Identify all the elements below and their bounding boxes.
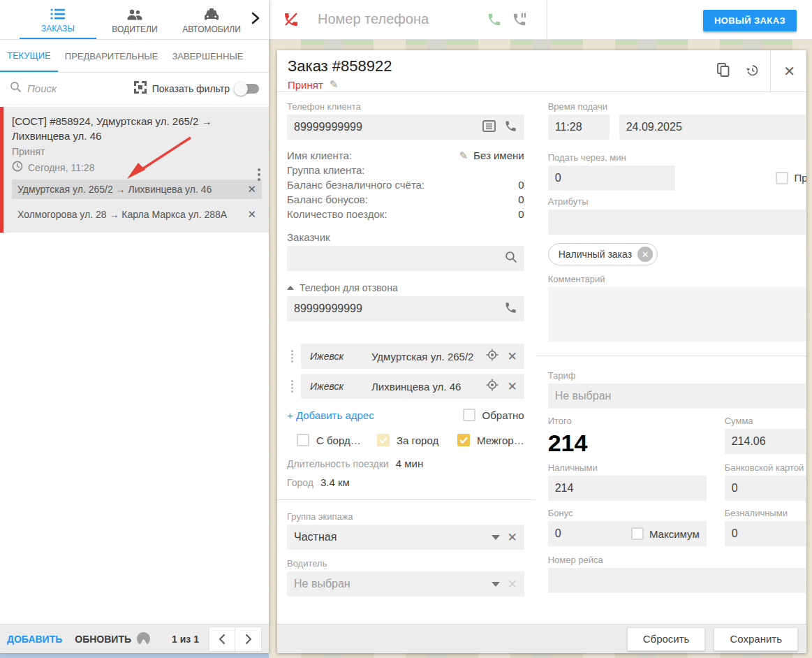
reset-button[interactable]: Сбросить <box>627 627 706 651</box>
flight-number-field[interactable] <box>548 568 806 593</box>
call-icon[interactable] <box>487 12 502 30</box>
drivers-people-icon <box>126 8 143 23</box>
intercity-label: Межгор… <box>477 434 524 446</box>
clear-crew-group-icon[interactable]: ✕ <box>507 530 517 545</box>
route-chip-1[interactable]: Удмуртская ул. 265/2 → Лихвинцева ул. 46… <box>12 180 262 199</box>
order-header: Заказ #858922 Принят ✎ ✕ <box>277 50 806 92</box>
prev-page-button[interactable] <box>209 627 235 652</box>
order-item-menu-icon[interactable] <box>258 168 260 183</box>
bonus-max-checkbox[interactable] <box>631 527 644 540</box>
sum-input[interactable] <box>732 435 806 448</box>
phone-number-input[interactable]: Номер телефона <box>318 11 429 27</box>
customer-input[interactable] <box>294 252 505 265</box>
close-panel-icon[interactable]: ✕ <box>783 63 795 80</box>
locate-on-map-icon[interactable] <box>486 379 499 394</box>
bonus-field[interactable]: Максимум <box>548 521 707 546</box>
route-chip-1-remove-icon[interactable]: ✕ <box>243 183 256 196</box>
client-phone-field[interactable] <box>287 115 524 140</box>
subtab-preliminary[interactable]: ПРЕДВАРИТЕЛЬНЫЕ <box>58 40 165 72</box>
tab-orders[interactable]: ЗАКАЗЫ <box>20 0 96 39</box>
client-phone-input[interactable] <box>294 121 482 133</box>
outside-city-label: За город <box>397 434 438 446</box>
refresh-button[interactable]: ОБНОВИТЬ <box>75 634 131 645</box>
route-chip-2[interactable]: Холмогорова ул. 28 → Карла Маркса ул. 28… <box>12 205 262 224</box>
preliminary-checkbox[interactable] <box>776 172 788 184</box>
client-phone-label: Телефон клиента <box>287 101 524 112</box>
sum-field[interactable] <box>725 429 806 454</box>
order-list-item[interactable]: [СОСТ] #858924, Удмуртская ул. 265/2 → Л… <box>0 107 269 233</box>
subtab-finished[interactable]: ЗАВЕРШЕННЫЕ <box>165 40 250 72</box>
sidebar-footer: ДОБАВИТЬ ОБНОВИТЬ 1 из 1 <box>0 624 269 653</box>
save-button[interactable]: Сохранить <box>714 627 798 651</box>
drag-handle-icon[interactable] <box>287 380 297 393</box>
history-icon[interactable] <box>745 63 759 80</box>
edit-name-icon[interactable]: ✎ <box>459 148 468 163</box>
cash-input[interactable] <box>555 482 700 495</box>
board-label: С борд… <box>316 434 361 446</box>
crew-group-value: Частная <box>294 531 492 543</box>
contact-list-icon[interactable] <box>482 120 496 135</box>
tab-drivers[interactable]: ВОДИТЕЛИ <box>96 0 173 39</box>
top-bar: Номер телефона НОВЫЙ ЗАКАЗ <box>269 0 812 40</box>
attributes-select[interactable] <box>548 210 806 235</box>
topbar-divider <box>547 0 547 40</box>
remove-attribute-icon[interactable]: ✕ <box>637 247 653 262</box>
remove-address-2-icon[interactable]: ✕ <box>507 379 517 394</box>
customer-field[interactable] <box>287 246 524 271</box>
board-checkbox[interactable] <box>297 434 309 446</box>
card-label: Банковской картой <box>725 462 806 473</box>
address-field-1[interactable]: Ижевск Удмуртская ул. 265/2 ✕ <box>301 344 524 369</box>
noncash-field[interactable]: Максимум <box>725 521 806 546</box>
missed-call-icon[interactable] <box>283 11 300 31</box>
delay-field[interactable] <box>548 166 675 191</box>
new-order-button[interactable]: НОВЫЙ ЗАКАЗ <box>703 10 797 31</box>
next-page-button[interactable] <box>235 627 262 652</box>
card-field[interactable] <box>725 476 806 501</box>
card-input[interactable] <box>732 482 806 495</box>
pickup-time-input[interactable] <box>555 121 603 133</box>
taxi-icon <box>203 8 220 23</box>
call-hold-icon[interactable] <box>512 12 527 30</box>
remove-address-1-icon[interactable]: ✕ <box>507 349 517 364</box>
copy-order-icon[interactable] <box>717 63 730 80</box>
locate-on-map-icon[interactable] <box>486 349 499 364</box>
address-field-2[interactable]: Ижевск Лихвинцева ул. 46 ✕ <box>301 374 524 399</box>
subtab-current[interactable]: ТЕКУЩИЕ <box>0 40 58 72</box>
route-chip-2-remove-icon[interactable]: ✕ <box>243 208 256 221</box>
edit-status-icon[interactable]: ✎ <box>330 78 339 91</box>
call-client-icon[interactable] <box>504 119 517 136</box>
driver-select[interactable]: Не выбран ✕ <box>287 571 524 597</box>
cash-field[interactable] <box>548 476 707 501</box>
tariff-select[interactable]: Не выбран ✕ <box>548 383 806 409</box>
tab-cars[interactable]: АВТОМОБИЛИ <box>173 0 250 39</box>
noncash-input[interactable] <box>732 527 806 540</box>
return-checkbox[interactable] <box>463 409 475 421</box>
bonus-input[interactable] <box>555 527 631 540</box>
drag-handle-icon[interactable] <box>287 350 297 363</box>
callback-call-icon[interactable] <box>504 301 517 317</box>
outside-city-checkbox[interactable] <box>377 434 390 446</box>
add-address-button[interactable]: + Добавить адрес <box>287 409 374 421</box>
sidebar: ЗАКАЗЫ ВОДИТЕЛИ АВТОМОБИЛИ ТЕКУЩИЕ ПРЕДВ… <box>0 0 269 653</box>
order-item-time: Сегодня, 11:28 <box>28 162 94 173</box>
flight-number-input[interactable] <box>555 574 806 587</box>
pickup-date-input[interactable] <box>626 121 806 133</box>
customer-search-icon[interactable] <box>505 251 517 266</box>
add-order-button[interactable]: ДОБАВИТЬ <box>7 634 62 645</box>
attributes-label: Атрибуты <box>548 196 806 207</box>
clear-driver-icon[interactable]: ✕ <box>507 577 517 592</box>
intercity-checkbox[interactable] <box>457 434 470 446</box>
callback-phone-input[interactable] <box>294 302 504 315</box>
pickup-time-field[interactable] <box>548 115 610 140</box>
crew-group-select[interactable]: Частная ✕ <box>287 525 524 550</box>
search-input[interactable]: Поиск <box>27 82 57 94</box>
add-address-label: Добавить адрес <box>296 409 374 421</box>
pickup-date-field[interactable]: ✕ <box>619 115 806 140</box>
expand-tabs-chevron-icon[interactable] <box>251 11 260 28</box>
filter-toggle[interactable] <box>235 84 259 94</box>
collapse-icon[interactable] <box>287 286 294 290</box>
callback-phone-field[interactable] <box>287 296 524 321</box>
callback-phone-label: Телефон для отзвона <box>300 282 398 293</box>
delay-input[interactable] <box>555 172 668 184</box>
comment-textarea[interactable] <box>548 287 806 342</box>
